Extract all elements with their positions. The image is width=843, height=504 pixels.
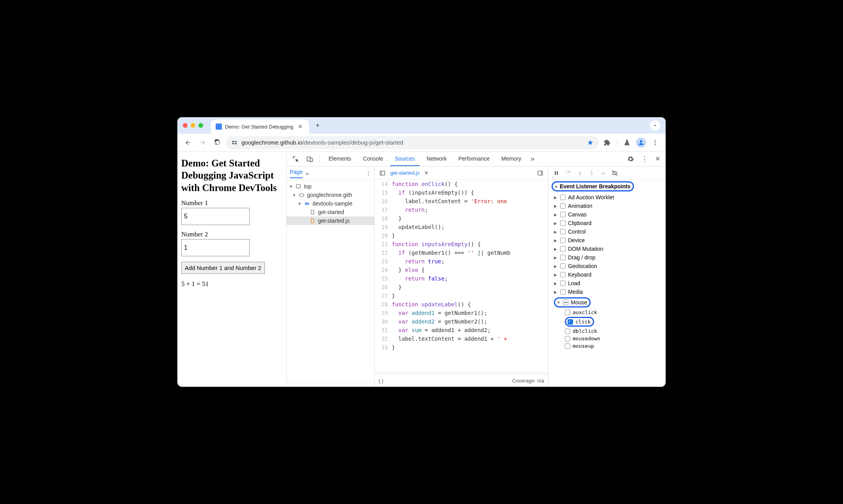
code-line[interactable]: 21function inputsAreEmpty() { bbox=[375, 240, 548, 248]
line-number[interactable]: 27 bbox=[375, 291, 392, 300]
line-number[interactable]: 30 bbox=[375, 317, 392, 326]
window-maximize-button[interactable] bbox=[198, 123, 203, 128]
code-line[interactable]: 33} bbox=[375, 343, 548, 352]
tree-file-html[interactable]: get-started bbox=[287, 208, 374, 216]
line-number[interactable]: 33 bbox=[375, 343, 392, 352]
more-tabs-icon[interactable]: » bbox=[528, 155, 537, 163]
breakpoint-category[interactable]: ▶Load bbox=[548, 279, 666, 288]
checkbox-icon[interactable] bbox=[560, 195, 566, 200]
omnibox[interactable]: googlechrome.github.io/devtools-samples/… bbox=[226, 136, 599, 149]
line-number[interactable]: 28 bbox=[375, 300, 392, 309]
code-line[interactable]: 24 } else { bbox=[375, 266, 548, 274]
breakpoint-category[interactable]: ▶Canvas bbox=[548, 210, 666, 219]
breakpoint-category[interactable]: ▶Ad Auction Worklet bbox=[548, 193, 666, 202]
tree-top[interactable]: ▼ top bbox=[287, 182, 374, 191]
code-line[interactable]: 22 if (getNumber1() === '' || getNumb bbox=[375, 248, 548, 257]
code-line[interactable]: 32 label.textContent = addend1 + ' + bbox=[375, 334, 548, 343]
step-icon[interactable] bbox=[598, 169, 608, 177]
bookmark-star-icon[interactable]: ★ bbox=[587, 138, 593, 147]
line-number[interactable]: 29 bbox=[375, 309, 392, 317]
breakpoints-list[interactable]: ▼ Event Listener Breakpoints▶Ad Auction … bbox=[548, 180, 666, 387]
breakpoint-category[interactable]: ▶Geolocation bbox=[548, 262, 666, 270]
devtools-tab-memory[interactable]: Memory bbox=[497, 152, 526, 166]
checkbox-icon[interactable] bbox=[560, 212, 566, 217]
line-number[interactable]: 15 bbox=[375, 188, 392, 197]
checkbox-icon[interactable] bbox=[565, 310, 570, 315]
profile-button[interactable] bbox=[634, 136, 648, 149]
inspect-element-icon[interactable] bbox=[290, 154, 302, 164]
step-into-icon[interactable] bbox=[575, 169, 584, 177]
site-settings-icon[interactable] bbox=[231, 139, 238, 146]
pause-icon[interactable] bbox=[552, 169, 561, 177]
checkbox-icon[interactable] bbox=[568, 319, 573, 325]
breakpoint-category[interactable]: ▶DOM Mutation bbox=[548, 245, 666, 253]
nav-back-button[interactable] bbox=[181, 136, 195, 149]
navigator-more-icon[interactable]: » bbox=[306, 170, 309, 177]
number2-input[interactable] bbox=[181, 239, 250, 256]
code-line[interactable]: 17 return; bbox=[375, 206, 548, 214]
code-line[interactable]: 26 } bbox=[375, 283, 548, 291]
event-listener-breakpoints-header[interactable]: ▼ Event Listener Breakpoints bbox=[548, 180, 666, 193]
pretty-print-icon[interactable]: { } bbox=[379, 378, 383, 384]
line-number[interactable]: 18 bbox=[375, 214, 392, 223]
code-line[interactable]: 25 return false; bbox=[375, 274, 548, 283]
line-number[interactable]: 21 bbox=[375, 240, 392, 248]
checkbox-icon[interactable] bbox=[560, 246, 566, 252]
navigator-scrollbar[interactable] bbox=[287, 383, 374, 387]
checkbox-icon[interactable] bbox=[560, 255, 566, 260]
breakpoint-event[interactable]: dblclick bbox=[548, 327, 666, 335]
window-minimize-button[interactable] bbox=[191, 123, 195, 128]
file-tree[interactable]: ▼ top ▼ googlechrome.gith bbox=[287, 181, 374, 383]
code-line[interactable]: 14function onClick() { bbox=[375, 180, 548, 188]
checkbox-icon[interactable] bbox=[560, 263, 566, 269]
device-toolbar-icon[interactable] bbox=[304, 154, 316, 164]
line-number[interactable]: 17 bbox=[375, 206, 392, 214]
number1-input[interactable] bbox=[181, 208, 250, 225]
breakpoint-category[interactable]: ▶Device bbox=[548, 236, 666, 245]
breakpoint-category[interactable]: ▶Media bbox=[548, 288, 666, 296]
devtools-close-icon[interactable]: ✕ bbox=[653, 155, 663, 163]
line-number[interactable]: 24 bbox=[375, 266, 392, 274]
checkbox-icon[interactable] bbox=[560, 238, 566, 243]
chrome-menu-button[interactable] bbox=[648, 136, 662, 149]
tree-file-js[interactable]: get-started.js bbox=[287, 216, 374, 225]
step-over-icon[interactable] bbox=[563, 169, 573, 177]
tab-close-icon[interactable]: ✕ bbox=[296, 123, 304, 130]
code-line[interactable]: 29 var addend1 = getNumber1(); bbox=[375, 309, 548, 317]
line-number[interactable]: 26 bbox=[375, 283, 392, 291]
extensions-button[interactable] bbox=[600, 136, 614, 149]
new-tab-button[interactable]: + bbox=[312, 120, 323, 131]
nav-forward-button[interactable] bbox=[196, 136, 209, 149]
code-line[interactable]: 20} bbox=[375, 231, 548, 240]
breakpoint-category[interactable]: ▼Mouse bbox=[548, 296, 666, 309]
code-line[interactable]: 28function updateLabel() { bbox=[375, 300, 548, 309]
code-line[interactable]: 16 label.textContent = 'Error: one bbox=[375, 197, 548, 206]
devtools-tab-sources[interactable]: Sources bbox=[390, 152, 420, 166]
editor-filename[interactable]: get-started.js bbox=[390, 170, 420, 176]
checkbox-icon[interactable] bbox=[560, 272, 566, 277]
editor-tab-close-icon[interactable]: ✕ bbox=[423, 170, 430, 176]
checkbox-icon[interactable] bbox=[560, 203, 566, 209]
checkbox-icon[interactable] bbox=[560, 281, 566, 286]
line-number[interactable]: 22 bbox=[375, 248, 392, 257]
code-line[interactable]: 19 updateLabel(); bbox=[375, 223, 548, 231]
breakpoint-event[interactable]: mouseup bbox=[548, 342, 666, 350]
checkbox-icon[interactable] bbox=[563, 300, 568, 305]
line-number[interactable]: 23 bbox=[375, 257, 392, 266]
deactivate-breakpoints-icon[interactable] bbox=[610, 169, 620, 177]
checkbox-icon[interactable] bbox=[560, 289, 566, 295]
checkbox-icon[interactable] bbox=[560, 220, 566, 226]
line-number[interactable]: 31 bbox=[375, 326, 392, 334]
devtools-menu-icon[interactable]: ⋮ bbox=[639, 155, 650, 163]
toggle-navigator-icon[interactable] bbox=[378, 170, 387, 176]
breakpoint-category[interactable]: ▶Control bbox=[548, 227, 666, 236]
breakpoint-category[interactable]: ▶Drag / drop bbox=[548, 253, 666, 262]
code-line[interactable]: 15 if (inputsAreEmpty()) { bbox=[375, 188, 548, 197]
breakpoint-category[interactable]: ▶Clipboard bbox=[548, 219, 666, 227]
line-number[interactable]: 32 bbox=[375, 334, 392, 343]
code-line[interactable]: 18 } bbox=[375, 214, 548, 223]
line-number[interactable]: 14 bbox=[375, 180, 392, 188]
toggle-debugger-icon[interactable] bbox=[536, 170, 545, 176]
add-button[interactable]: Add Number 1 and Number 2 bbox=[181, 262, 265, 274]
devtools-tab-network[interactable]: Network bbox=[422, 152, 451, 166]
